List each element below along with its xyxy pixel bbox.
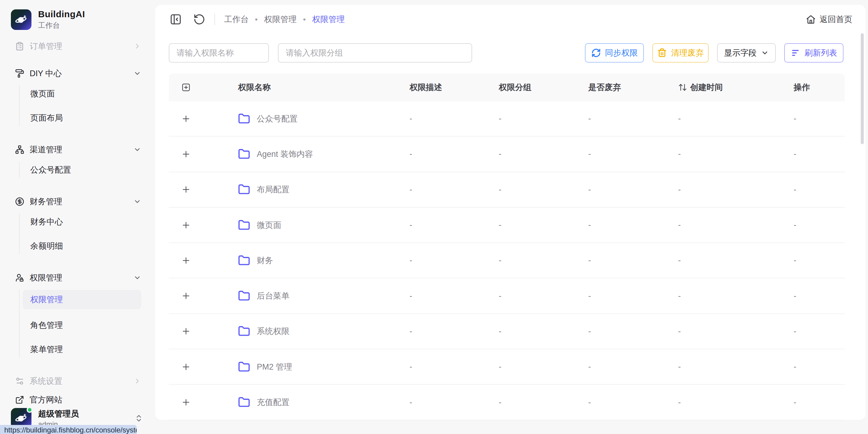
permission-name-input[interactable] bbox=[169, 43, 269, 63]
expand-row-icon[interactable] bbox=[181, 362, 191, 372]
breadcrumb-workbench[interactable]: 工作台 bbox=[224, 14, 249, 25]
group-cell: - bbox=[499, 149, 588, 159]
desc-cell: - bbox=[409, 185, 499, 194]
created-cell: - bbox=[678, 256, 794, 265]
permission-name-cell: 布局配置 bbox=[203, 183, 409, 196]
circle-dollar-icon bbox=[15, 197, 24, 206]
sync-permissions-label: 同步权限 bbox=[605, 47, 638, 58]
main-area: 工作台 权限管理 权限管理 返回首页 bbox=[155, 0, 868, 434]
home-icon bbox=[806, 14, 816, 25]
sidebar-item-label: 渠道管理 bbox=[30, 144, 62, 155]
action-cell: - bbox=[794, 220, 845, 230]
sidebar-item-channels[interactable]: 渠道管理 bbox=[15, 141, 141, 158]
group-cell: - bbox=[499, 185, 588, 194]
deprecated-cell: - bbox=[588, 185, 678, 194]
sidebar-block-permissions: 权限管理权限管理角色管理菜单管理 bbox=[15, 270, 141, 362]
sidebar-item-role-manage[interactable]: 角色管理 bbox=[20, 317, 141, 333]
created-cell: - bbox=[678, 185, 794, 194]
expand-row-icon[interactable] bbox=[181, 397, 191, 407]
chevron-down-icon bbox=[133, 69, 141, 77]
sidebar-item-label: 系统设置 bbox=[30, 376, 62, 387]
action-cell: - bbox=[794, 256, 845, 265]
permission-name-cell: 后台菜单 bbox=[203, 290, 409, 302]
expand-row-icon[interactable] bbox=[181, 185, 191, 194]
clipboard-list-icon bbox=[15, 42, 24, 51]
sidebar-item-menu-manage[interactable]: 菜单管理 bbox=[20, 341, 141, 358]
breadcrumb-separator bbox=[255, 19, 257, 21]
sync-permissions-button[interactable]: 同步权限 bbox=[585, 43, 644, 63]
refresh-page-icon[interactable] bbox=[193, 13, 205, 25]
expand-row-icon[interactable] bbox=[181, 220, 191, 230]
folder-icon bbox=[238, 361, 250, 373]
permission-name-label: 系统权限 bbox=[257, 326, 289, 337]
sidebar-item-micro-page[interactable]: 微页面 bbox=[20, 86, 141, 102]
back-home-button[interactable]: 返回首页 bbox=[806, 14, 852, 25]
display-fields-label: 显示字段 bbox=[724, 47, 757, 58]
folder-icon bbox=[238, 113, 250, 125]
desc-cell: - bbox=[409, 362, 499, 371]
sidebar-item-finance-center[interactable]: 财务中心 bbox=[20, 214, 141, 230]
breadcrumb-separator bbox=[303, 19, 306, 21]
expand-row-icon[interactable] bbox=[181, 291, 191, 301]
sidebar-item-balance-detail[interactable]: 余额明细 bbox=[20, 238, 141, 254]
group-cell: - bbox=[499, 362, 588, 371]
permission-name-cell: PM2 管理 bbox=[203, 361, 409, 373]
expand-row-icon[interactable] bbox=[181, 114, 191, 124]
sidebar-item-finance[interactable]: 财务管理 bbox=[15, 193, 141, 210]
topbar-divider bbox=[214, 13, 215, 25]
sidebar-item-official-site[interactable]: 官方网站 bbox=[15, 392, 141, 408]
expand-row-icon[interactable] bbox=[181, 326, 191, 336]
table-row: 系统权限----- bbox=[169, 314, 845, 349]
group-cell: - bbox=[499, 220, 588, 230]
refresh-list-button[interactable]: 刷新列表 bbox=[784, 43, 843, 63]
content-card: 工作台 权限管理 权限管理 返回首页 bbox=[155, 5, 866, 420]
expand-all-icon[interactable] bbox=[182, 83, 190, 92]
desc-cell: - bbox=[409, 149, 499, 159]
clean-deprecated-button[interactable]: 清理废弃 bbox=[652, 43, 709, 63]
deprecated-cell: - bbox=[588, 220, 678, 230]
sidebar-item-permissions[interactable]: 权限管理 bbox=[15, 270, 141, 286]
created-cell: - bbox=[678, 362, 794, 371]
app-workspace-label: 工作台 bbox=[38, 21, 85, 30]
sidebar-item-label: 订单管理 bbox=[30, 41, 62, 52]
permission-name-cell: 财务 bbox=[203, 255, 409, 267]
sidebar-item-wechat-config[interactable]: 公众号配置 bbox=[20, 162, 141, 178]
sidebar-item-orders[interactable]: 订单管理 bbox=[15, 38, 141, 55]
chevron-down-icon bbox=[133, 198, 141, 205]
sidebar-sublist-channels: 公众号配置 bbox=[19, 162, 141, 178]
trash-icon bbox=[657, 48, 667, 58]
permission-name-cell: Agent 装饰内容 bbox=[203, 148, 409, 160]
network-icon bbox=[15, 145, 24, 154]
sliders-icon bbox=[15, 376, 24, 386]
deprecated-cell: - bbox=[588, 291, 678, 301]
permission-group-input[interactable] bbox=[278, 43, 472, 63]
sidebar-block-orders: 订单管理 bbox=[15, 38, 141, 55]
deprecated-cell: - bbox=[588, 398, 678, 407]
page-scrollbar[interactable] bbox=[861, 33, 864, 144]
created-cell: - bbox=[678, 149, 794, 159]
sidebar-block-channels: 渠道管理公众号配置 bbox=[15, 141, 141, 182]
sidebar-item-permission-manage[interactable]: 权限管理 bbox=[23, 290, 141, 309]
sidebar-item-page-layout[interactable]: 页面布局 bbox=[20, 110, 141, 126]
action-cell: - bbox=[794, 327, 845, 336]
toolbar: 同步权限 清理废弃 显示字段 bbox=[155, 43, 866, 63]
breadcrumb-permissions[interactable]: 权限管理 bbox=[264, 14, 297, 25]
sidebar-item-label: DIY 中心 bbox=[30, 68, 62, 79]
created-cell: - bbox=[678, 220, 794, 230]
header-created-time[interactable]: 创建时间 bbox=[678, 82, 794, 93]
permission-name-label: Agent 装饰内容 bbox=[257, 149, 313, 160]
filter-lines-icon bbox=[790, 48, 800, 58]
table-row: 财务----- bbox=[169, 243, 845, 278]
expand-row-icon[interactable] bbox=[181, 256, 191, 265]
chevron-right-icon bbox=[133, 377, 141, 385]
action-cell: - bbox=[794, 291, 845, 301]
status-url-tooltip: https://buildingai.fishblog.cn/console/s… bbox=[0, 425, 137, 434]
sidebar-item-diy-center[interactable]: DIY 中心 bbox=[15, 65, 141, 81]
expand-row-icon[interactable] bbox=[181, 149, 191, 159]
collapse-sidebar-icon[interactable] bbox=[170, 13, 182, 25]
app-title: BuildingAI bbox=[38, 9, 85, 19]
sidebar: BuildingAI 工作台 订单管理DIY 中心微页面页面布局渠道管理公众号配… bbox=[0, 0, 155, 434]
display-fields-button[interactable]: 显示字段 bbox=[717, 43, 776, 63]
sidebar-item-system-settings[interactable]: 系统设置 bbox=[15, 373, 141, 389]
permission-name-cell: 充值配置 bbox=[203, 396, 409, 408]
